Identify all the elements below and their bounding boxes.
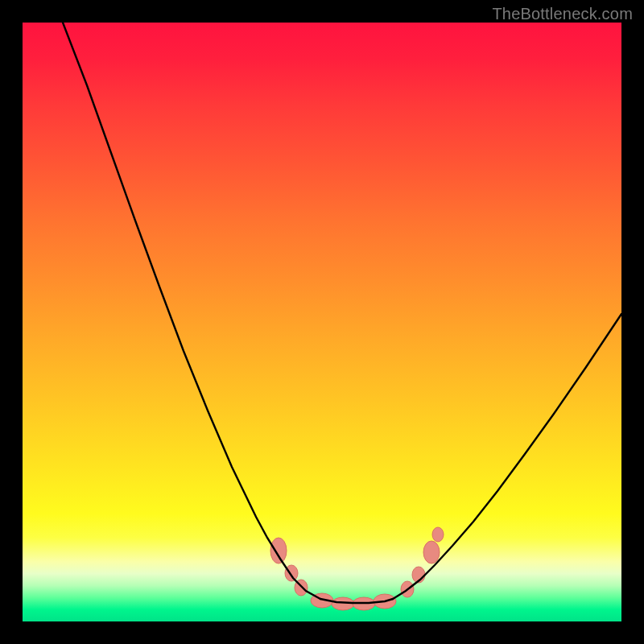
marker-group	[270, 527, 444, 610]
bottleneck-curve	[23, 23, 621, 621]
chart-frame: TheBottleneck.com	[0, 0, 644, 644]
curve-left-path	[63, 23, 320, 599]
trough-marker	[423, 541, 440, 564]
trough-marker	[432, 527, 444, 542]
watermark-text: TheBottleneck.com	[492, 5, 633, 23]
trough-marker	[270, 538, 287, 564]
plot-area	[23, 23, 621, 621]
